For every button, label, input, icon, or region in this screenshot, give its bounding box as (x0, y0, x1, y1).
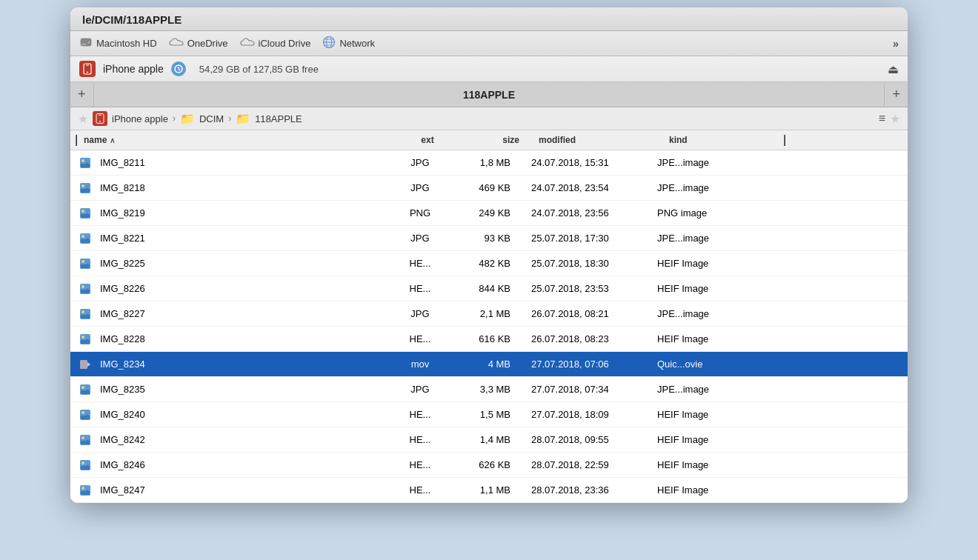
file-ext: HE... (390, 283, 450, 294)
file-modified: 24.07.2018, 23:56 (516, 207, 657, 219)
table-row[interactable]: IMG_8225HE...482 KB25.07.2018, 18:30HEIF… (70, 251, 908, 276)
file-modified: 27.07.2018, 07:34 (516, 384, 657, 395)
file-name: IMG_8240 (100, 409, 390, 420)
cloud-icon-onedrive (169, 37, 184, 50)
file-ext: HE... (390, 459, 450, 470)
col-header-modified[interactable]: modified (524, 133, 665, 147)
file-ext: HE... (390, 409, 450, 420)
eject-icon[interactable]: ⏏ (888, 62, 899, 76)
table-row[interactable]: IMG_8234mov4 MB27.07.2018, 07:06Quic...o… (70, 352, 908, 377)
svg-point-10 (87, 72, 88, 73)
toolbar-item-onedrive[interactable]: OneDrive (169, 37, 228, 50)
breadcrumb-folder1-label[interactable]: DCIM (199, 113, 224, 124)
toolbar-macintosh-hd-label: Macintosh HD (96, 38, 157, 49)
col-header-kind[interactable]: kind (665, 133, 783, 147)
title-bar: le/DCIM/118APPLE (70, 7, 908, 31)
image-file-icon (70, 484, 100, 496)
toolbar-onedrive-label: OneDrive (187, 38, 228, 49)
file-size: 482 KB (450, 258, 516, 269)
device-bar: iPhone apple 54,29 GB of 127,85 GB free … (70, 56, 908, 82)
toolbar-item-macintosh-hd[interactable]: Macintosh HD (79, 36, 157, 51)
file-kind: JPE...image (657, 182, 776, 193)
toolbar-icloud-label: iCloud Drive (259, 38, 311, 49)
table-row[interactable]: IMG_8240HE...1,5 MB27.07.2018, 18:09HEIF… (70, 402, 908, 427)
table-row[interactable]: IMG_8218JPG469 KB24.07.2018, 23:54JPE...… (70, 176, 908, 201)
file-name: IMG_8219 (100, 207, 390, 219)
file-list-header: | name ∧ ext size modified kind | (70, 130, 908, 150)
file-modified: 24.07.2018, 15:31 (516, 157, 657, 168)
file-kind: HEIF Image (657, 459, 776, 470)
image-file-icon (70, 434, 100, 446)
file-modified: 28.07.2018, 22:59 (516, 459, 657, 470)
list-view-icon[interactable]: ≡ (879, 112, 885, 125)
breadcrumb-folder1-icon: 📁 (180, 112, 195, 126)
cloud-icon-icloud (240, 37, 255, 50)
tab-118apple[interactable]: 118APPLE (94, 83, 885, 107)
table-row[interactable]: IMG_8227JPG2,1 MB26.07.2018, 08:21JPE...… (70, 301, 908, 327)
table-row[interactable]: IMG_8242HE...1,4 MB28.07.2018, 09:55HEIF… (70, 427, 908, 453)
svg-point-60 (82, 436, 84, 439)
file-kind: JPE...image (657, 233, 776, 244)
file-name: IMG_8234 (100, 359, 390, 370)
breadcrumb-star-right-icon[interactable]: ★ (890, 112, 900, 126)
svg-rect-2 (82, 44, 86, 45)
table-row[interactable]: IMG_8246HE...626 KB28.07.2018, 22:59HEIF… (70, 453, 908, 478)
toolbar-item-network[interactable]: Network (322, 36, 375, 51)
add-tab-left-button[interactable]: + (70, 82, 94, 107)
file-name: IMG_8225 (100, 258, 390, 269)
col-header-name[interactable]: name ∧ (79, 133, 398, 147)
file-name: IMG_8218 (100, 182, 390, 193)
image-file-icon (70, 459, 100, 471)
svg-point-14 (99, 121, 101, 122)
tab-bar: + 118APPLE + (70, 82, 908, 107)
col-header-ext[interactable]: ext (398, 133, 457, 147)
col-header-size[interactable]: size (457, 133, 524, 147)
file-list: IMG_8211JPG1,8 MB24.07.2018, 15:31JPE...… (70, 150, 908, 503)
file-kind: HEIF Image (657, 283, 776, 294)
table-row[interactable]: IMG_8226HE...844 KB25.07.2018, 23:53HEIF… (70, 276, 908, 301)
file-modified: 27.07.2018, 07:06 (516, 359, 657, 370)
file-kind: JPE...image (657, 384, 776, 395)
table-row[interactable]: IMG_8247HE...1,1 MB28.07.2018, 23:36HEIF… (70, 478, 908, 503)
svg-point-68 (82, 487, 84, 490)
file-size: 626 KB (450, 459, 516, 470)
table-row[interactable]: IMG_8228HE...616 KB26.07.2018, 08:23HEIF… (70, 327, 908, 352)
table-row[interactable]: IMG_8235JPG3,3 MB27.07.2018, 07:34JPE...… (70, 377, 908, 402)
table-row[interactable]: IMG_8221JPG93 KB25.07.2018, 17:30JPE...i… (70, 226, 908, 251)
file-ext: JPG (390, 157, 450, 168)
file-size: 1,5 MB (450, 409, 516, 420)
svg-marker-48 (87, 362, 90, 367)
breadcrumb-device-label[interactable]: iPhone apple (112, 113, 168, 124)
file-kind: HEIF Image (657, 258, 776, 269)
toolbar-more-button[interactable]: » (893, 37, 899, 50)
file-ext: mov (390, 359, 450, 370)
file-size: 844 KB (450, 283, 516, 294)
device-spinner[interactable] (171, 61, 186, 76)
table-row[interactable]: IMG_8211JPG1,8 MB24.07.2018, 15:31JPE...… (70, 150, 908, 176)
breadcrumb-star-left-icon[interactable]: ★ (78, 112, 88, 126)
svg-point-18 (82, 159, 84, 162)
file-ext: PNG (390, 207, 450, 219)
file-kind: HEIF Image (657, 333, 776, 344)
device-icon (79, 61, 96, 77)
file-ext: HE... (390, 484, 450, 496)
toolbar-item-icloud-drive[interactable]: iCloud Drive (240, 37, 311, 50)
image-file-icon (70, 182, 100, 194)
video-file-icon (70, 359, 100, 370)
svg-point-52 (82, 386, 84, 389)
globe-icon (322, 36, 336, 51)
add-tab-right-button[interactable]: + (885, 82, 908, 107)
col-resize-2[interactable]: | (783, 133, 788, 147)
svg-rect-47 (80, 360, 87, 369)
file-kind: HEIF Image (657, 409, 776, 420)
toolbar-network-label: Network (339, 38, 375, 49)
svg-point-22 (82, 184, 84, 187)
breadcrumb-folder2-label[interactable]: 118APPLE (255, 113, 302, 124)
file-name: IMG_8226 (100, 283, 390, 294)
file-ext: HE... (390, 258, 450, 269)
file-modified: 25.07.2018, 18:30 (516, 258, 657, 269)
file-size: 469 KB (450, 182, 516, 193)
image-file-icon (70, 157, 100, 169)
file-size: 249 KB (450, 207, 516, 219)
table-row[interactable]: IMG_8219PNG249 KB24.07.2018, 23:56PNG im… (70, 201, 908, 226)
